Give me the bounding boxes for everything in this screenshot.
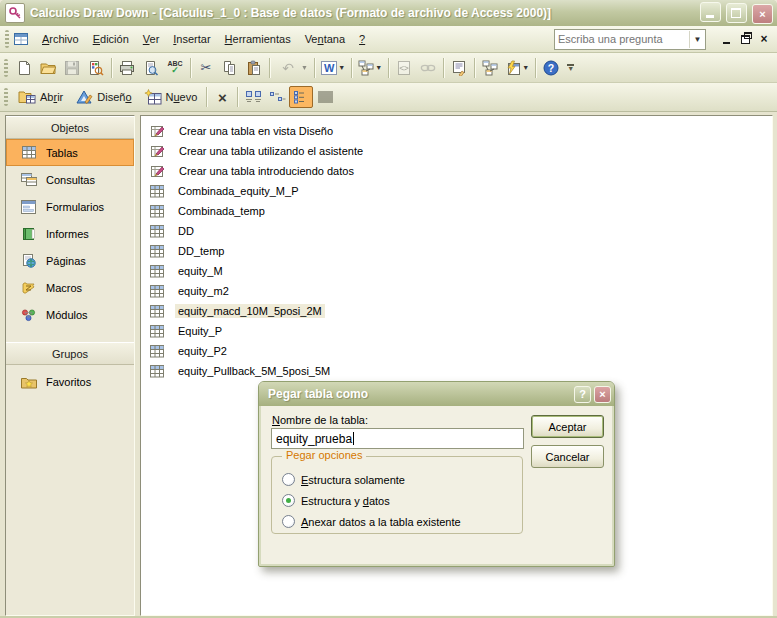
menu-herramientas[interactable]: Herramientas	[218, 30, 298, 48]
mdi-restore-button[interactable]	[736, 31, 754, 48]
help-button[interactable]	[539, 56, 563, 79]
radio-structure-only[interactable]: Estructura solamente	[282, 473, 405, 486]
ask-question-input[interactable]	[555, 31, 689, 48]
question-dropdown-arrow-icon[interactable]: ▼	[689, 31, 705, 48]
diseno-label: Diseño	[97, 91, 131, 103]
hyperlink-button[interactable]	[416, 56, 440, 79]
menu-ventana[interactable]: Ventana	[298, 30, 352, 48]
restore-button[interactable]	[726, 3, 747, 23]
groups-header[interactable]: Grupos	[6, 342, 134, 365]
standard-toolbar: ABC✓ ✂ ↶ ▼ W ▼ ▼ ▼ ▼	[0, 53, 777, 83]
sidebar-item-tablas[interactable]: Tablas	[6, 139, 134, 166]
menu-grip[interactable]	[5, 30, 9, 48]
sidebar-item-macros[interactable]: Macros	[6, 274, 134, 301]
analyze-button[interactable]: ▼	[355, 55, 385, 80]
dialog-title: Pegar tabla como	[268, 387, 571, 401]
sidebar-item-consultas[interactable]: Consultas	[6, 166, 134, 193]
table-row[interactable]: equity_Pullback_5M_5posi_5M	[141, 361, 772, 381]
objects-header[interactable]: Objetos	[6, 116, 134, 139]
db-toolbar-grip[interactable]	[4, 88, 8, 106]
table-name-value: equity_prueba	[276, 432, 352, 446]
search-button[interactable]	[84, 56, 108, 79]
list-item-label: DD_temp	[175, 244, 227, 258]
table-row[interactable]: Equity_P	[141, 321, 772, 341]
queries-icon	[20, 173, 37, 187]
large-icons-view-button[interactable]	[241, 86, 265, 108]
abrir-button[interactable]: Abrir	[12, 86, 69, 109]
nuevo-button[interactable]: Nuevo	[138, 86, 204, 109]
sidebar-item-formularios[interactable]: Formularios	[6, 193, 134, 220]
print-preview-button[interactable]	[139, 56, 163, 79]
undo-dropdown-arrow-icon: ▼	[301, 64, 308, 71]
print-button[interactable]	[115, 56, 139, 79]
database-toolbar: Abrir Diseño Nuevo ×	[0, 83, 777, 112]
sidebar-item-paginas[interactable]: Páginas	[6, 247, 134, 274]
sidebar-item-favoritos[interactable]: Favoritos	[6, 368, 134, 395]
undo-split-button[interactable]: ↶ ▼	[273, 55, 311, 80]
table-icon	[150, 365, 164, 378]
mdi-close-button[interactable]: ×	[755, 31, 773, 48]
small-icons-view-button[interactable]	[265, 86, 289, 108]
access-key-icon	[5, 3, 25, 23]
menu-ayuda[interactable]: ?	[352, 30, 372, 48]
code-button[interactable]	[392, 56, 416, 79]
table-row[interactable]: Combinada_temp	[141, 201, 772, 221]
modules-icon	[20, 308, 37, 322]
close-button[interactable]: ×	[752, 4, 773, 24]
aceptar-button[interactable]: Aceptar	[531, 415, 604, 438]
office-links-button[interactable]: W ▼	[318, 55, 348, 80]
list-item-create-design[interactable]: Crear una tabla en vista Diseño	[141, 121, 772, 141]
minimize-button[interactable]	[700, 2, 721, 22]
paste-button[interactable]	[242, 56, 266, 79]
new-button[interactable]	[12, 56, 36, 79]
table-name-input[interactable]: equity_prueba	[271, 428, 524, 449]
table-row-selected[interactable]: equity_macd_10M_5posi_2M	[141, 301, 772, 321]
radio-button-icon	[282, 473, 295, 486]
radio-label: Estructura y datos	[301, 495, 390, 507]
list-item-create-wizard[interactable]: Crear una tabla utilizando el asistente	[141, 141, 772, 161]
relationships-button[interactable]	[478, 56, 502, 79]
delete-button[interactable]: ×	[210, 86, 234, 109]
diseno-button[interactable]: Diseño	[69, 86, 137, 109]
menu-ver[interactable]: Ver	[136, 30, 167, 48]
cut-button[interactable]: ✂	[194, 56, 218, 79]
list-item-label: equity_M	[175, 264, 226, 278]
list-item-label: Combinada_equity_M_P	[175, 184, 301, 198]
toolbar-options-button[interactable]: ▼	[564, 56, 577, 80]
mdi-minimize-button[interactable]	[717, 31, 735, 48]
list-item-label: equity_P2	[175, 344, 230, 358]
spelling-button[interactable]: ABC✓	[163, 56, 187, 79]
copy-button[interactable]	[218, 56, 242, 79]
menu-insertar[interactable]: Insertar	[166, 30, 217, 48]
cancelar-button[interactable]: Cancelar	[531, 445, 604, 468]
sidebar-item-modulos[interactable]: Módulos	[6, 301, 134, 328]
radio-button-icon	[282, 515, 295, 528]
table-row[interactable]: DD	[141, 221, 772, 241]
properties-button[interactable]	[447, 56, 471, 79]
open-button[interactable]	[36, 56, 60, 79]
radio-structure-and-data[interactable]: Estructura y datos	[282, 494, 390, 507]
table-row[interactable]: DD_temp	[141, 241, 772, 261]
save-button[interactable]	[60, 56, 84, 79]
sidebar-item-informes[interactable]: Informes	[6, 220, 134, 247]
table-row[interactable]: equity_M	[141, 261, 772, 281]
menu-bar: Archivo Edición Ver Insertar Herramienta…	[0, 26, 777, 53]
list-item-label: Equity_P	[175, 324, 225, 338]
table-row[interactable]: equity_P2	[141, 341, 772, 361]
list-item-label: equity_Pullback_5M_5posi_5M	[175, 364, 333, 378]
sidebar-item-label: Formularios	[46, 201, 104, 213]
list-item-label: Crear una tabla introduciendo datos	[176, 164, 357, 178]
toolbar-grip[interactable]	[4, 59, 8, 77]
radio-append-data[interactable]: Anexar datos a la tabla existente	[282, 515, 461, 528]
new-object-button[interactable]: ▼	[502, 55, 532, 80]
table-row[interactable]: equity_m2	[141, 281, 772, 301]
list-item-create-data[interactable]: Crear una tabla introduciendo datos	[141, 161, 772, 181]
dialog-close-button[interactable]: ×	[594, 386, 611, 403]
table-row[interactable]: Combinada_equity_M_P	[141, 181, 772, 201]
undo-icon: ↶	[276, 56, 300, 79]
menu-archivo[interactable]: Archivo	[35, 30, 86, 48]
dialog-help-button[interactable]: ?	[574, 386, 591, 403]
menu-edicion[interactable]: Edición	[86, 30, 136, 48]
details-view-button[interactable]	[313, 86, 337, 108]
list-view-button[interactable]	[289, 86, 313, 108]
